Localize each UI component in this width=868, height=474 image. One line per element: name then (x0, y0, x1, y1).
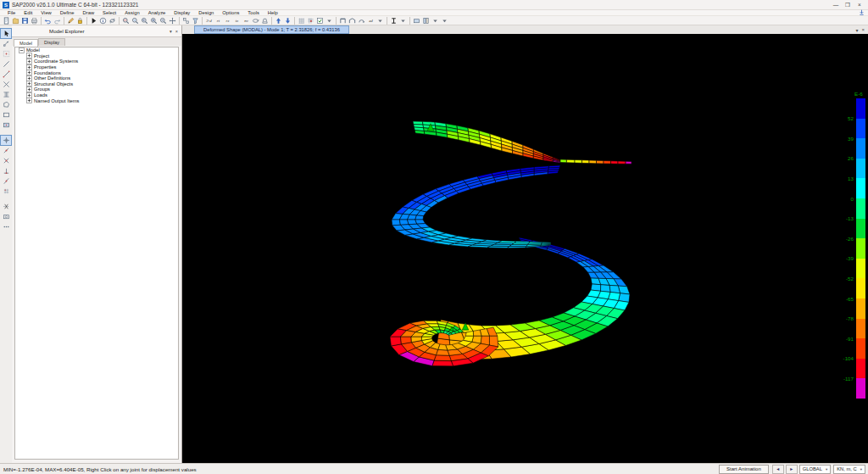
close-button[interactable]: × (854, 0, 865, 9)
explorer-tab-model[interactable]: Model (14, 39, 38, 47)
view-yz-icon[interactable]: tz (232, 16, 242, 25)
redo-icon[interactable] (53, 16, 62, 25)
print-icon[interactable] (30, 16, 39, 25)
tree-root-model[interactable]: Model (15, 47, 178, 53)
deformed-shape-piece-top-ribbon[interactable] (413, 121, 560, 163)
deformed-shape-canvas[interactable] (182, 34, 868, 463)
snap-to-grid-icon[interactable] (1, 187, 11, 196)
draw-poly-area-icon[interactable] (1, 100, 11, 109)
menu-tools[interactable]: Tools (243, 10, 264, 15)
restore-button[interactable]: ❐ (842, 0, 854, 9)
object-info-icon[interactable] (98, 16, 108, 25)
explorer-close-icon[interactable]: × (175, 29, 178, 34)
model-viewport[interactable] (182, 34, 868, 463)
isection-icon[interactable] (389, 16, 398, 25)
view-3d-icon[interactable]: 3-d (204, 16, 214, 25)
deformed-shape-piece-middle-turn[interactable] (392, 165, 560, 248)
perspective-icon[interactable] (260, 16, 270, 25)
tree-item-project[interactable]: Project (15, 53, 178, 59)
model-explorer-header[interactable]: Model Explorer ▾ × (12, 25, 181, 37)
tree-item-properties[interactable]: Properties (15, 64, 178, 70)
quick-draw-area-icon[interactable] (1, 120, 11, 130)
grid-options-icon[interactable] (297, 16, 306, 25)
display-options-icon[interactable] (315, 16, 325, 25)
more-options-dropdown-icon[interactable] (325, 16, 334, 25)
run-analysis-icon[interactable] (89, 16, 98, 25)
minimize-button[interactable]: — (830, 0, 842, 9)
view-xy-icon[interactable]: rt (214, 16, 223, 25)
snap-to-intersections-icon[interactable] (1, 156, 11, 165)
menu-edit[interactable]: Edit (19, 10, 36, 15)
object-shrink-icon[interactable] (181, 16, 191, 25)
explorer-tab-display[interactable]: Display (38, 38, 65, 46)
more-tools-icon[interactable] (1, 222, 11, 231)
explorer-menu-icon[interactable]: ▾ (170, 29, 172, 34)
menu-design[interactable]: Design (194, 10, 218, 15)
menu-file[interactable]: File (3, 10, 19, 15)
active-view-tab[interactable]: Deformed Shape (MODAL) - Mode 1; T = 2.3… (194, 25, 349, 34)
quick-draw-braces-icon[interactable] (1, 80, 11, 89)
isection-dropdown-icon[interactable] (398, 16, 408, 25)
edit-mode-icon[interactable]: ed (366, 16, 376, 25)
lock-model-icon[interactable] (75, 16, 85, 25)
previous-zoom-icon[interactable] (140, 16, 149, 25)
previous-arrow-button[interactable]: ◄ (772, 465, 784, 474)
tree-item-other-definitions[interactable]: Other Definitions (15, 75, 178, 81)
draw-mode-icon[interactable] (66, 16, 75, 25)
menu-draw[interactable]: Draw (79, 10, 99, 15)
snap-perpendicular-icon[interactable] (1, 166, 11, 176)
snap-options-icon[interactable] (306, 16, 315, 25)
rubber-band-zoom-icon[interactable] (121, 16, 131, 25)
tree-item-foundations[interactable]: Foundations (15, 70, 178, 75)
named-view-icon[interactable]: nv (242, 16, 251, 25)
explorer-tree[interactable]: ModelProjectCoordinate SystemsProperties… (14, 47, 179, 460)
menu-assign[interactable]: Assign (120, 10, 143, 15)
draw-rect-area-icon[interactable] (1, 110, 11, 120)
view-xz-icon[interactable]: rz (223, 16, 232, 25)
set-limits-icon[interactable] (191, 16, 200, 25)
tree-item-groups[interactable]: Groups (15, 86, 178, 92)
bent-sections-icon[interactable] (348, 16, 357, 25)
bring-to-front-icon[interactable] (859, 9, 865, 16)
section-cut-icon[interactable] (1, 202, 11, 211)
view-menu-icon[interactable]: ▾ (855, 27, 858, 33)
snap-to-midpoints-icon[interactable] (1, 146, 11, 155)
zoom-out-icon[interactable] (159, 16, 168, 25)
sections-dropdown-icon[interactable] (376, 16, 385, 25)
quick-draw-frame-icon[interactable] (1, 70, 11, 79)
menu-select[interactable]: Select (98, 10, 120, 15)
undo-icon[interactable] (43, 16, 53, 25)
area-sections-icon[interactable] (412, 16, 421, 25)
start-animation-button[interactable]: Start Animation (719, 465, 769, 474)
view-close-icon[interactable]: × (861, 27, 865, 33)
zoom-in-icon[interactable] (149, 16, 159, 25)
new-model-icon[interactable] (2, 16, 11, 25)
menu-define[interactable]: Define (56, 10, 79, 15)
menu-view[interactable]: View (36, 10, 55, 15)
open-file-icon[interactable] (11, 16, 20, 25)
area-dropdown-icon[interactable] (431, 16, 440, 25)
draw-frame-icon[interactable] (1, 59, 11, 69)
tree-item-loads[interactable]: Loads (15, 92, 178, 98)
snap-to-lines-icon[interactable] (1, 176, 11, 186)
moment-diagram-icon[interactable] (357, 16, 366, 25)
menu-display[interactable]: Display (170, 10, 194, 15)
save-model-icon[interactable] (20, 16, 30, 25)
draw-special-joint-icon[interactable] (1, 49, 11, 59)
menu-options[interactable]: Options (218, 10, 243, 15)
frame-sections-icon[interactable] (338, 16, 348, 25)
pan-icon[interactable] (168, 16, 177, 25)
move-up-icon[interactable] (274, 16, 283, 25)
tree-item-named-output-items[interactable]: Named Output Items (15, 98, 178, 103)
cycle-view-icon[interactable] (108, 16, 117, 25)
menu-analyze[interactable]: Analyze (144, 10, 170, 15)
tree-item-coordinate-systems[interactable]: Coordinate Systems (15, 59, 178, 64)
reshape-object-icon[interactable] (1, 39, 11, 48)
deformed-shape-piece-edge-sliver[interactable] (560, 159, 632, 164)
snap-to-joints-icon[interactable] (1, 136, 11, 145)
move-down-icon[interactable] (283, 16, 292, 25)
restore-full-view-icon[interactable] (131, 16, 140, 25)
next-arrow-button[interactable]: ► (786, 465, 798, 474)
units-select[interactable]: KN, m, C ▾ (833, 465, 865, 474)
menu-help[interactable]: Help (264, 10, 282, 15)
